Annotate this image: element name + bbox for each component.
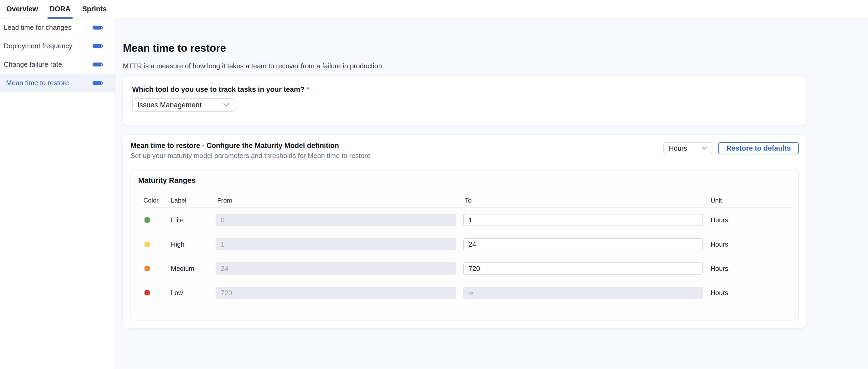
mean-time-to-restore-toggle[interactable]: [93, 81, 102, 85]
maturity-ranges-title: Maturity Ranges: [138, 176, 793, 185]
tool-selection-card: Which tool do you use to track tasks in …: [123, 76, 806, 125]
lead-time-toggle[interactable]: [93, 26, 102, 30]
high-color-swatch: [145, 242, 150, 247]
to-cell: [463, 287, 711, 299]
unit-select[interactable]: Hours: [663, 142, 712, 154]
unit-cell: Hours: [711, 241, 793, 248]
color-cell: [144, 217, 171, 223]
range-label: High: [171, 241, 216, 248]
unit-cell: Hours: [711, 289, 793, 297]
tab-sprints[interactable]: Sprints: [77, 0, 112, 18]
elite-to-input[interactable]: [463, 214, 703, 226]
restore-defaults-button[interactable]: Restore to defaults: [718, 142, 799, 154]
table-row-high: High Hours: [144, 232, 793, 256]
to-cell: [463, 214, 711, 226]
sidebar-item-label: Mean time to restore: [6, 79, 69, 87]
high-to-input[interactable]: [463, 238, 703, 250]
config-card-title: Mean time to restore - Configure the Mat…: [130, 141, 370, 150]
config-card-header: Mean time to restore - Configure the Mat…: [130, 141, 799, 160]
color-cell: [144, 266, 171, 271]
page-description: MTTR is a measure of how long it takes a…: [123, 62, 806, 70]
sidebar-item-label: Change failure rate: [4, 60, 62, 69]
tool-select[interactable]: Issues Management: [132, 98, 235, 112]
from-cell: [216, 238, 463, 250]
to-cell: [463, 263, 711, 275]
required-asterisk: *: [307, 86, 310, 93]
column-header-to: To: [463, 197, 711, 204]
medium-color-swatch: [145, 266, 150, 271]
low-color-swatch: [145, 290, 150, 296]
elite-color-swatch: [145, 217, 150, 223]
low-to-input: [463, 287, 703, 299]
color-cell: [144, 242, 171, 247]
tab-dora[interactable]: DORA: [44, 0, 76, 18]
maturity-config-card: Mean time to restore - Configure the Mat…: [123, 134, 806, 328]
config-card-controls: Hours Restore to defaults: [663, 142, 799, 154]
sidebar-item-label: Lead time for changes: [4, 24, 71, 32]
column-header-label: Label: [171, 197, 216, 204]
change-failure-rate-toggle[interactable]: [93, 63, 102, 66]
top-tab-bar: Overview DORA Sprints: [0, 0, 868, 19]
elite-from-input: [216, 214, 456, 226]
chevron-down-icon: [223, 103, 229, 107]
tab-overview[interactable]: Overview: [1, 0, 43, 18]
deployment-frequency-toggle[interactable]: [93, 44, 102, 48]
from-cell: [216, 287, 463, 299]
to-cell: [463, 238, 711, 250]
low-from-input: [216, 287, 456, 299]
metrics-sidebar: Lead time for changes Deployment frequen…: [0, 19, 115, 368]
table-row-medium: Medium Hours: [144, 256, 793, 281]
maturity-ranges-panel: Maturity Ranges Color Label From To Unit…: [130, 169, 799, 320]
range-label: Low: [171, 289, 216, 297]
column-header-color: Color: [144, 197, 171, 204]
column-header-from: From: [216, 197, 463, 204]
unit-select-value: Hours: [669, 144, 687, 152]
sidebar-item-mean-time-to-restore[interactable]: Mean time to restore: [0, 74, 115, 92]
sidebar-item-lead-time-for-changes[interactable]: Lead time for changes: [0, 19, 115, 37]
unit-cell: Hours: [711, 265, 793, 273]
sidebar-item-change-failure-rate[interactable]: Change failure rate: [0, 55, 115, 74]
question-text: Which tool do you use to track tasks in …: [132, 86, 305, 93]
high-from-input: [216, 238, 456, 250]
from-cell: [216, 214, 463, 226]
config-card-titles: Mean time to restore - Configure the Mat…: [130, 141, 370, 160]
unit-cell: Hours: [711, 216, 793, 224]
toggle-knob: [100, 26, 103, 29]
tool-select-value: Issues Management: [137, 101, 202, 109]
toggle-knob: [100, 44, 103, 48]
main-content: Mean time to restore MTTR is a measure o…: [115, 19, 868, 368]
toggle-knob: [100, 82, 103, 84]
chevron-down-icon: [701, 146, 707, 150]
from-cell: [216, 263, 463, 275]
table-row-low: Low Hours: [144, 281, 793, 305]
column-header-unit: Unit: [711, 197, 793, 204]
medium-to-input[interactable]: [463, 263, 703, 275]
table-row-elite: Elite Hours: [144, 208, 793, 232]
range-label: Medium: [171, 265, 216, 273]
color-cell: [144, 290, 171, 296]
toggle-knob: [100, 63, 103, 66]
table-header-row: Color Label From To Unit: [144, 197, 793, 208]
tool-question-label: Which tool do you use to track tasks in …: [132, 86, 797, 94]
range-label: Elite: [171, 216, 216, 224]
sidebar-item-deployment-frequency[interactable]: Deployment frequency: [0, 37, 115, 55]
maturity-ranges-table: Color Label From To Unit Elite Hours: [144, 197, 793, 305]
medium-from-input: [216, 263, 456, 275]
config-card-subtitle: Set up your maturity model parameters an…: [130, 152, 370, 160]
sidebar-item-label: Deployment frequency: [4, 42, 72, 50]
content-layout: Lead time for changes Deployment frequen…: [0, 19, 868, 368]
page-title: Mean time to restore: [123, 42, 806, 54]
